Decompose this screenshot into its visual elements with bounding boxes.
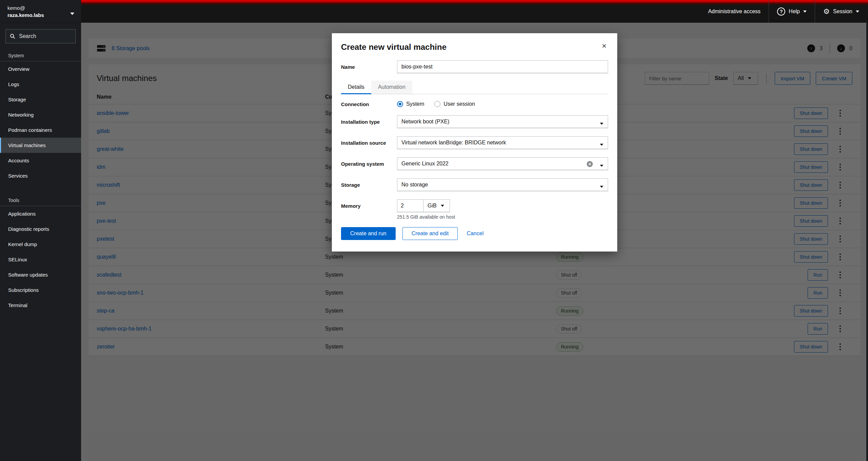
chevron-down-icon [441, 205, 444, 207]
sidebar-item-networking[interactable]: Networking [0, 107, 81, 122]
vm-name-input[interactable] [397, 60, 608, 73]
sidebar-item-subscriptions[interactable]: Subscriptions [0, 282, 81, 298]
nav-section-title: System [0, 48, 81, 61]
dialog-tabs: Details Automation [341, 81, 608, 94]
chevron-down-icon [600, 165, 603, 167]
chevron-down-icon [803, 11, 807, 13]
tab-automation[interactable]: Automation [371, 81, 412, 94]
sidebar-item-diagnostic-reports[interactable]: Diagnostic reports [0, 221, 81, 237]
installation-source-select[interactable]: Virtual network lanBridge: BRIDGE networ… [397, 136, 608, 149]
chevron-down-icon [856, 11, 859, 13]
sidebar-item-overview[interactable]: Overview [0, 61, 81, 77]
session-menu[interactable]: ⚙ Session [815, 0, 867, 23]
operating-system-combobox[interactable]: Generic Linux 2022 ✕ [397, 157, 608, 170]
create-vm-dialog: Create new virtual machine ✕ Name Detail… [332, 33, 617, 252]
radio-system-label: System [406, 101, 424, 107]
chevron-down-icon [600, 123, 603, 125]
memory-input[interactable] [397, 199, 423, 212]
create-and-run-button[interactable]: Create and run [341, 227, 396, 240]
storage-label: Storage [341, 182, 397, 188]
sidebar-item-kernel-dump[interactable]: Kernel dump [0, 237, 81, 252]
radio-system[interactable]: System [397, 101, 424, 107]
username: kemo@ [7, 5, 74, 12]
connection-label: Connection [341, 101, 397, 107]
radio-user-session-label: User session [444, 101, 475, 107]
sidebar-item-accounts[interactable]: Accounts [0, 153, 81, 168]
radio-user-session[interactable]: User session [434, 101, 475, 107]
sidebar-item-software-updates[interactable]: Software updates [0, 267, 81, 282]
help-label: Help [789, 8, 800, 15]
operating-system-value: Generic Linux 2022 [401, 161, 449, 167]
installation-type-select[interactable]: Network boot (PXE) [397, 115, 608, 128]
chevron-down-icon [600, 144, 603, 146]
administrative-access-label: Administrative access [708, 8, 761, 15]
sidebar-nav: SystemOverviewLogsStorageNetworkingPodma… [0, 48, 81, 313]
administrative-access-button[interactable]: Administrative access [700, 0, 769, 23]
sidebar-item-terminal[interactable]: Terminal [0, 298, 81, 313]
scrollbar[interactable] [866, 23, 868, 461]
chevron-down-icon [600, 186, 603, 188]
radio-checked-icon [397, 101, 403, 107]
memory-label: Memory [341, 203, 397, 209]
nav-section-title: Tools [0, 193, 81, 206]
chevron-down-icon [70, 13, 74, 15]
memory-helper-text: 251.5 GiB available on host [397, 214, 608, 220]
sidebar-item-selinux[interactable]: SELinux [0, 252, 81, 267]
memory-unit-value: GiB [428, 203, 437, 209]
installation-source-label: Installation source [341, 140, 397, 146]
installation-type-label: Installation type [341, 119, 397, 125]
installation-type-value: Network boot (PXE) [401, 119, 449, 125]
storage-select[interactable]: No storage [397, 178, 608, 191]
help-icon: ? [777, 7, 785, 16]
tab-details[interactable]: Details [341, 81, 371, 94]
sidebar-item-services[interactable]: Services [0, 168, 81, 183]
masthead: Administrative access ? Help ⚙ Session [81, 0, 868, 23]
sidebar-item-virtual-machines[interactable]: Virtual machines [0, 138, 81, 153]
operating-system-label: Operating system [341, 161, 397, 167]
gear-icon: ⚙ [823, 8, 830, 15]
sidebar-item-podman-containers[interactable]: Podman containers [0, 122, 81, 138]
storage-value: No storage [401, 182, 428, 188]
hostname: raza.kemo.labs [7, 12, 74, 19]
sidebar-item-logs[interactable]: Logs [0, 77, 81, 92]
session-label: Session [833, 8, 852, 15]
help-menu[interactable]: ? Help [769, 0, 815, 23]
radio-unchecked-icon [434, 101, 440, 107]
memory-unit-select[interactable]: GiB [423, 199, 450, 212]
search-placeholder: Search [19, 33, 36, 39]
sidebar: kemo@ raza.kemo.labs Search SystemOvervi… [0, 0, 81, 461]
main-content: 8 Storage pools ↑ 3 ↓ 0 Virtual machines… [81, 23, 868, 461]
search-input[interactable]: Search [5, 29, 76, 43]
host-switcher[interactable]: kemo@ raza.kemo.labs [0, 0, 81, 23]
name-field-label: Name [341, 64, 397, 70]
close-icon[interactable]: ✕ [600, 42, 608, 50]
installation-source-value: Virtual network lanBridge: BRIDGE networ… [401, 140, 506, 146]
sidebar-item-storage[interactable]: Storage [0, 92, 81, 107]
clear-selection-icon[interactable]: ✕ [587, 161, 593, 167]
cancel-button[interactable]: Cancel [465, 230, 486, 237]
create-and-edit-button[interactable]: Create and edit [402, 227, 458, 240]
sidebar-item-applications[interactable]: Applications [0, 206, 81, 221]
search-icon [10, 34, 15, 39]
dialog-title: Create new virtual machine [341, 42, 447, 52]
